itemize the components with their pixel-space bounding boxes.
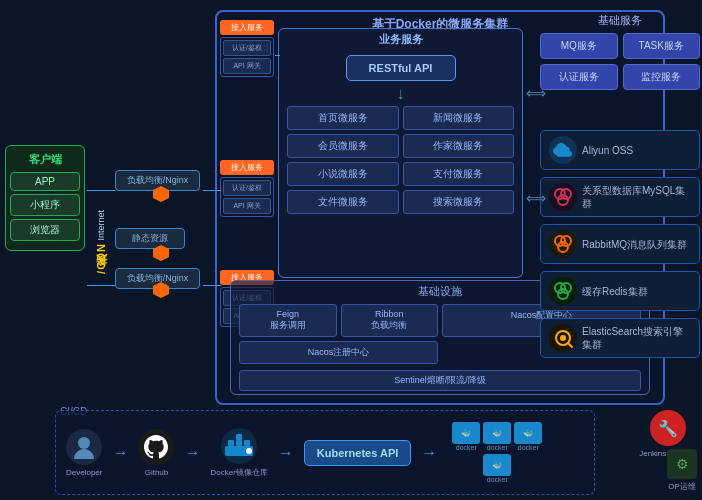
- task-service: TASK服务: [623, 33, 701, 59]
- h-arrow-right-services: ⟺: [526, 190, 546, 206]
- svg-line-11: [568, 343, 572, 347]
- client-panel: 客户端 APP 小程序 浏览器: [5, 145, 85, 251]
- jenkins-icon: 🔧: [650, 410, 686, 446]
- docker-cluster: 🐳 docker 🐳 docker 🐳 docker 🐳 docker: [447, 422, 547, 483]
- novel-service: 小说微服务: [287, 162, 399, 186]
- gateway-group-2: 接入服务 认证/鉴权 API 网关: [220, 160, 274, 217]
- aliyun-oss-label: Aliyun OSS: [582, 144, 633, 157]
- gateway-group-1: 接入服务 认证/鉴权 API 网关: [220, 20, 274, 77]
- arrow-1: →: [112, 444, 128, 462]
- internet-label: Internet: [97, 210, 106, 241]
- client-browser: 浏览器: [10, 219, 80, 241]
- github-icon: [138, 429, 174, 465]
- base-service-title: 基础服务: [540, 13, 700, 28]
- feign-service: Feign服务调用: [239, 304, 337, 337]
- member-service: 会员微服务: [287, 134, 399, 158]
- client-app: APP: [10, 172, 80, 191]
- biz-services-title: 业务服务: [279, 29, 522, 50]
- docker-label-4: docker: [487, 476, 508, 483]
- k8s-api: Kubernetes API: [304, 440, 412, 466]
- rabbitmq-label: RabbitMQ消息队列集群: [582, 238, 687, 251]
- developer-label: Developer: [66, 468, 102, 477]
- mysql-cluster: 关系型数据库MySQL集群: [540, 177, 700, 217]
- svg-rect-16: [244, 440, 250, 446]
- docker-label-1: docker: [456, 444, 477, 451]
- svg-rect-14: [228, 440, 234, 446]
- right-services-panel: Aliyun OSS 关系型数据库MySQL集群 Rab: [540, 130, 700, 365]
- redis-label: 缓存Redis集群: [582, 285, 648, 298]
- arrow-3: →: [278, 444, 294, 462]
- base-services-grid: MQ服务 TASK服务 认证服务 监控服务: [540, 33, 700, 90]
- svg-point-12: [78, 437, 90, 449]
- op-icon: ⚙: [667, 449, 697, 479]
- down-arrow: ↓: [279, 86, 522, 102]
- mq-service: MQ服务: [540, 33, 618, 59]
- nacos-registry: Nacos注册中心: [239, 341, 438, 364]
- arrow-client-lb1: [87, 190, 115, 191]
- gateway-box-1: 接入服务: [220, 20, 274, 35]
- elasticsearch-label: ElasticSearch搜索引擎集群: [582, 325, 691, 351]
- cdn-label: 接入/CDN: [94, 243, 109, 276]
- docker-registry-label: Docker镜像仓库: [210, 467, 267, 478]
- docker-registry-icon: [221, 428, 257, 464]
- biz-services-panel: 业务服务 RESTful API ↓ 首页微服务 新闻微服务 会员微服务 作家微…: [278, 28, 523, 278]
- auth-service: 认证服务: [540, 64, 618, 90]
- homepage-service: 首页微服务: [287, 106, 399, 130]
- developer-item: Developer: [66, 429, 102, 477]
- arrow-2: →: [184, 444, 200, 462]
- h-arrow-base-services: ⟺: [526, 85, 546, 101]
- svg-rect-15: [236, 440, 242, 446]
- docker-logo-4: 🐳: [483, 454, 511, 476]
- svg-point-5: [558, 242, 568, 252]
- docker-registry-item: Docker镜像仓库: [210, 428, 267, 478]
- docker-label-3: docker: [518, 444, 539, 451]
- file-service: 文件微服务: [287, 190, 399, 214]
- docker-logo-1: 🐳: [452, 422, 480, 444]
- api-gw-2: API 网关: [223, 198, 271, 214]
- docker-icon-3: 🐳 docker: [514, 422, 542, 451]
- rabbitmq-icon: [549, 230, 577, 258]
- client-miniapp: 小程序: [10, 194, 80, 216]
- docker-icon-2: 🐳 docker: [483, 422, 511, 451]
- arrow-lb-gw2: [203, 285, 221, 286]
- op-container: ⚙ OP运维: [667, 449, 697, 492]
- elasticsearch-icon: [549, 324, 577, 352]
- main-diagram: 基于Docker的微服务集群 基础服务 MQ服务 TASK服务 认证服务 监控服…: [0, 0, 702, 500]
- docker-label-2: docker: [487, 444, 508, 451]
- redis-cluster: 缓存Redis集群: [540, 271, 700, 311]
- svg-rect-17: [236, 434, 242, 440]
- payment-service: 支付微服务: [403, 162, 515, 186]
- github-item: Github: [138, 429, 174, 477]
- docker-logo-2: 🐳: [483, 422, 511, 444]
- elasticsearch-cluster: ElasticSearch搜索引擎集群: [540, 318, 700, 358]
- arrow-lb-gw1: [203, 190, 221, 191]
- github-label: Github: [145, 468, 169, 477]
- gateway-sub-2: 认证/鉴权 API 网关: [220, 177, 274, 217]
- docker-logo-3: 🐳: [514, 422, 542, 444]
- gateway-box-2: 接入服务: [220, 160, 274, 175]
- mysql-label: 关系型数据库MySQL集群: [582, 184, 691, 210]
- arrow-client-lb2: [87, 285, 115, 286]
- gateway-sub-1: 认证/鉴权 API 网关: [220, 37, 274, 77]
- biz-services-grid: 首页微服务 新闻微服务 会员微服务 作家微服务 小说微服务 支付微服务 文件微服…: [279, 102, 522, 218]
- author-service: 作家微服务: [403, 134, 515, 158]
- mysql-icon: [549, 183, 577, 211]
- svg-point-2: [558, 195, 568, 205]
- internet-cdn-label: Internet 接入/CDN: [90, 158, 112, 328]
- docker-icon-4: 🐳 docker: [483, 454, 511, 483]
- rabbitmq-cluster: RabbitMQ消息队列集群: [540, 224, 700, 264]
- developer-icon: [66, 429, 102, 465]
- ribbon-service: Ribbon负载均衡: [341, 304, 439, 337]
- search-service: 搜索微服务: [403, 190, 515, 214]
- monitor-service: 监控服务: [623, 64, 701, 90]
- news-service: 新闻微服务: [403, 106, 515, 130]
- svg-point-8: [558, 289, 568, 299]
- auth-2: 认证/鉴权: [223, 180, 271, 196]
- arrow-4: →: [421, 444, 437, 462]
- op-item: ⚙ OP运维: [667, 449, 697, 492]
- api-gw-1: API 网关: [223, 58, 271, 74]
- sentinel-row: Sentinel熔断/限流/降级: [239, 370, 641, 391]
- restful-api: RESTful API: [346, 55, 456, 81]
- op-label: OP运维: [668, 481, 696, 492]
- cloud-icon: [549, 136, 577, 164]
